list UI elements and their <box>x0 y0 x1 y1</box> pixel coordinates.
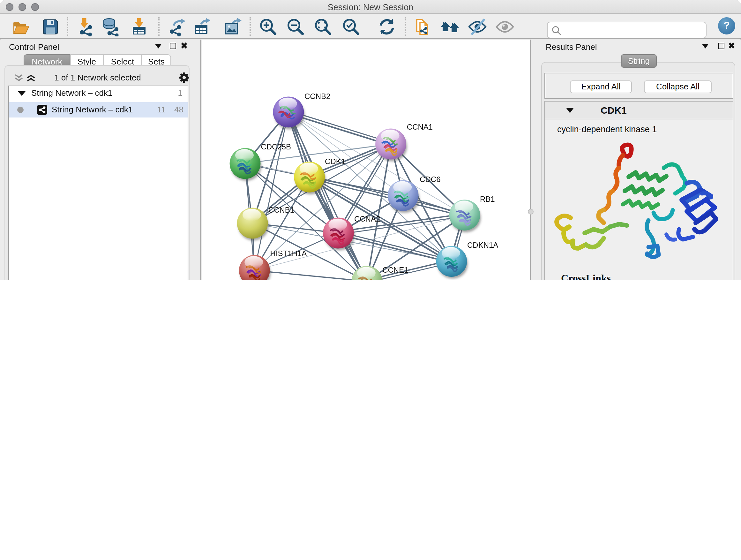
svg-text:CDK1: CDK1 <box>325 157 345 166</box>
svg-text:CCNB1: CCNB1 <box>268 206 294 214</box>
svg-text:HIST1H1A: HIST1H1A <box>270 249 307 258</box>
svg-text:CDC25B: CDC25B <box>261 142 291 151</box>
svg-text:CCNA2: CCNA2 <box>354 214 380 223</box>
svg-text:CCNB2: CCNB2 <box>305 92 330 101</box>
svg-text:CDC6: CDC6 <box>420 175 441 184</box>
svg-text:CCNE1: CCNE1 <box>382 266 408 274</box>
svg-text:CCNA1: CCNA1 <box>407 123 433 131</box>
svg-text:RB1: RB1 <box>480 195 495 203</box>
svg-text:CDKN1A: CDKN1A <box>467 241 498 249</box>
